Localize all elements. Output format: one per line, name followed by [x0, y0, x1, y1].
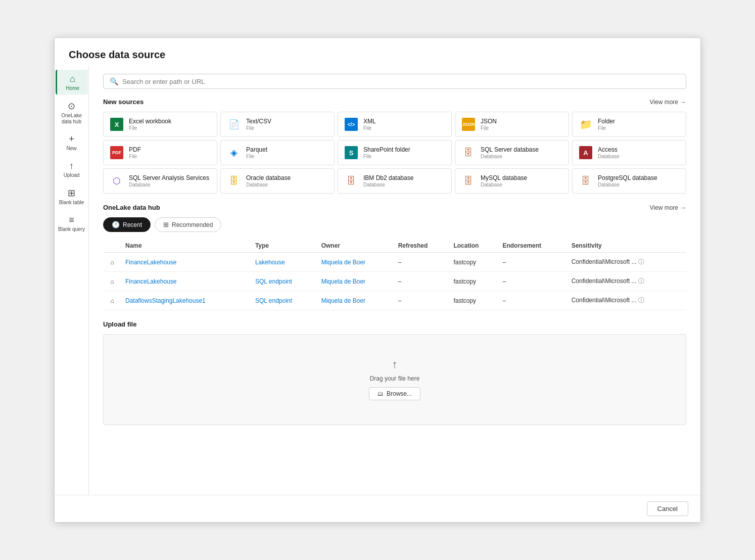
table-row[interactable]: ⌂ FinanceLakehouse Lakehouse Miquela de … — [103, 253, 686, 272]
tab-label-recent: Recent — [123, 221, 142, 228]
sidebar-item-home[interactable]: ⌂ Home — [56, 70, 88, 95]
row-name[interactable]: DataflowsStagingLakehouse1 — [121, 291, 251, 310]
source-icon-excel: X — [110, 117, 124, 131]
source-icon-text-csv: 📄 — [227, 117, 241, 131]
upload-zone[interactable]: ↑ Drag your file here 🗂 Browse... — [103, 334, 686, 425]
cancel-button[interactable]: Cancel — [647, 501, 688, 516]
source-info-parquet: Parquet File — [246, 146, 267, 160]
source-type-oracle: Database — [246, 182, 291, 188]
source-icon-xml: </> — [344, 117, 358, 131]
col-refreshed: Refreshed — [394, 239, 450, 253]
source-name-sharepoint: SharePoint folder — [363, 146, 410, 154]
source-name-sql-server: SQL Server database — [481, 146, 539, 154]
source-icon-sql-server: 🗄 — [461, 146, 476, 160]
tab-icon-recommended: ⊞ — [163, 221, 169, 228]
source-type-access: Database — [598, 154, 620, 159]
row-location: fastcopy — [449, 253, 498, 272]
col-icon — [103, 239, 121, 253]
source-info-access: Access Database — [598, 146, 620, 160]
source-type-mysql: Database — [481, 182, 527, 188]
row-refreshed: – — [394, 272, 450, 291]
source-card-ssas[interactable]: ⬡ SQL Server Analysis Services Database — [103, 168, 217, 194]
source-type-folder: File — [598, 125, 615, 131]
choose-data-source-dialog: Choose data source ⌂ Home ⊙ OneLake data… — [54, 37, 701, 523]
tab-recent[interactable]: 🕐Recent — [103, 217, 151, 232]
upload-arrow-icon: ↑ — [392, 359, 398, 370]
source-card-xml[interactable]: </> XML File — [338, 112, 452, 137]
row-endorsement: – — [498, 272, 567, 291]
tab-recommended[interactable]: ⊞Recommended — [155, 217, 221, 232]
table-row[interactable]: ⌂ DataflowsStagingLakehouse1 SQL endpoin… — [103, 291, 686, 310]
upload-section-header: Upload file — [103, 320, 686, 328]
row-type: SQL endpoint — [251, 291, 317, 310]
onelake-view-more[interactable]: View more → — [650, 204, 686, 211]
row-icon: ⌂ — [103, 291, 121, 310]
source-type-ssas: Database — [129, 182, 209, 188]
table-row[interactable]: ⌂ FinanceLakehouse SQL endpoint Miquela … — [103, 272, 686, 291]
main-content: 🔍 New sources View more → X Excel workbo… — [89, 66, 700, 495]
search-bar: 🔍 — [103, 74, 686, 89]
source-icon-sharepoint: S — [344, 146, 358, 160]
source-card-oracle[interactable]: 🗄 Oracle database Database — [220, 168, 335, 194]
source-icon-ibm: 🗄 — [344, 174, 358, 188]
source-card-folder[interactable]: 📁 Folder File — [572, 112, 686, 137]
col-name: Name — [121, 239, 251, 253]
source-name-postgresql: PostgreSQL database — [598, 174, 657, 182]
row-endorsement: – — [498, 253, 567, 272]
source-card-mysql[interactable]: 🗄 MySQL database Database — [455, 168, 569, 194]
drag-text: Drag your file here — [370, 375, 420, 382]
sidebar-item-label: OneLake data hub — [58, 113, 86, 125]
sidebar-item-blank-query[interactable]: ≡ Blank query — [56, 211, 88, 236]
col-sensitivity: Sensitivity — [568, 239, 686, 253]
row-owner: Miquela de Boer — [317, 272, 394, 291]
info-icon[interactable]: ⓘ — [638, 277, 644, 285]
browse-button[interactable]: 🗂 Browse... — [369, 387, 420, 400]
source-info-folder: Folder File — [598, 118, 615, 131]
source-type-ibm: Database — [363, 182, 413, 188]
search-input[interactable] — [122, 78, 680, 85]
row-owner: Miquela de Boer — [317, 291, 394, 310]
row-sensitivity: Confidential\Microsoft ... ⓘ — [568, 253, 686, 272]
source-icon-mysql: 🗄 — [461, 174, 476, 188]
sidebar-item-blank-table[interactable]: ⊞ Blank table — [56, 183, 88, 209]
row-sensitivity: Confidential\Microsoft ... ⓘ — [568, 291, 686, 310]
source-card-text-csv[interactable]: 📄 Text/CSV File — [220, 112, 335, 137]
source-info-ssas: SQL Server Analysis Services Database — [129, 174, 209, 188]
source-info-excel: Excel workbook File — [129, 118, 171, 131]
row-name[interactable]: FinanceLakehouse — [121, 253, 251, 272]
row-name[interactable]: FinanceLakehouse — [121, 272, 251, 291]
source-card-ibm[interactable]: 🗄 IBM Db2 database Database — [338, 168, 452, 194]
source-info-sql-server: SQL Server database Database — [481, 146, 539, 160]
source-name-access: Access — [598, 146, 620, 154]
sidebar-item-label: New — [66, 146, 76, 152]
source-name-pdf: PDF — [129, 146, 141, 154]
sidebar-item-upload[interactable]: ↑ Upload — [56, 157, 88, 181]
source-card-postgresql[interactable]: 🗄 PostgreSQL database Database — [572, 168, 686, 194]
source-type-xml: File — [363, 125, 376, 131]
row-endorsement: – — [498, 291, 567, 310]
source-card-parquet[interactable]: ◈ Parquet File — [220, 140, 335, 165]
source-name-ssas: SQL Server Analysis Services — [129, 174, 209, 182]
col-owner: Owner — [317, 239, 394, 253]
row-type: SQL endpoint — [251, 272, 317, 291]
source-icon-folder: 📁 — [579, 117, 593, 131]
source-info-text-csv: Text/CSV File — [246, 118, 271, 131]
info-icon[interactable]: ⓘ — [638, 258, 644, 265]
source-card-access[interactable]: A Access Database — [572, 140, 686, 165]
info-icon[interactable]: ⓘ — [638, 297, 644, 304]
sidebar-item-new[interactable]: + New — [56, 130, 88, 155]
new-sources-view-more[interactable]: View more → — [650, 99, 686, 106]
source-name-parquet: Parquet — [246, 146, 267, 154]
source-card-json[interactable]: JSON JSON File — [455, 112, 569, 137]
source-card-sql-server[interactable]: 🗄 SQL Server database Database — [455, 140, 569, 165]
row-location: fastcopy — [449, 291, 498, 310]
source-card-excel[interactable]: X Excel workbook File — [103, 112, 217, 137]
source-card-pdf[interactable]: PDF PDF File — [103, 140, 217, 165]
tab-icon-recent: 🕐 — [112, 221, 120, 228]
source-info-json: JSON File — [481, 118, 497, 131]
sidebar-upload-icon: ↑ — [69, 161, 74, 171]
source-card-sharepoint[interactable]: S SharePoint folder File — [338, 140, 452, 165]
sidebar-blank-query-icon: ≡ — [69, 215, 74, 225]
source-icon-access: A — [579, 146, 593, 160]
sidebar-item-onelake-data-hub[interactable]: ⊙ OneLake data hub — [56, 97, 88, 128]
